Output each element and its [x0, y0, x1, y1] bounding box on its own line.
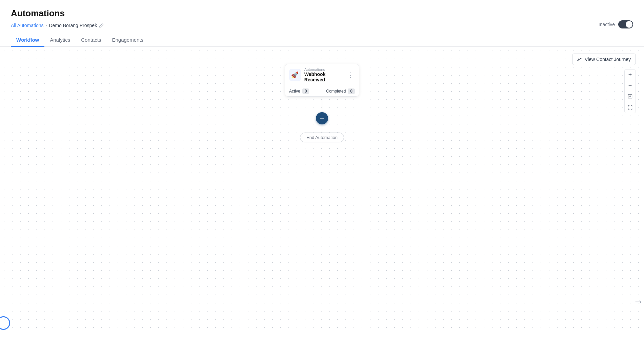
workflow-center: 🚀 Automations Webhook Received ⋮ Active …: [285, 64, 359, 142]
completed-stat: Completed 0: [322, 86, 359, 96]
workflow-canvas[interactable]: View Contact Journey + −: [0, 47, 644, 333]
zoom-controls: + −: [624, 69, 636, 113]
connector-bottom: [322, 124, 322, 133]
webhook-node-card[interactable]: 🚀 Automations Webhook Received ⋮ Active …: [285, 64, 359, 97]
zoom-in-button[interactable]: +: [625, 69, 636, 80]
fit-screen-button[interactable]: [625, 102, 636, 113]
active-stat: Active 0: [285, 86, 322, 96]
tab-bar: Workflow Analytics Contacts Engagements: [0, 34, 644, 47]
breadcrumb-parent-link[interactable]: All Automations: [11, 23, 44, 28]
view-contact-journey-button[interactable]: View Contact Journey: [572, 54, 636, 65]
node-menu-button[interactable]: ⋮: [346, 71, 355, 79]
decorative-circle: [0, 316, 10, 330]
add-node-button[interactable]: +: [316, 112, 328, 124]
completed-count-badge: 0: [348, 88, 355, 94]
fit-width-button[interactable]: [625, 91, 636, 102]
end-automation-node[interactable]: End Automation: [300, 133, 344, 142]
page-title: Automations: [11, 8, 633, 19]
node-footer: Active 0 Completed 0: [285, 86, 359, 96]
tab-workflow[interactable]: Workflow: [11, 34, 44, 47]
breadcrumb-current: Demo Borang Prospek: [49, 23, 97, 28]
zoom-out-button[interactable]: −: [625, 80, 636, 91]
node-header: 🚀 Automations Webhook Received ⋮: [285, 64, 359, 86]
edge-icon: [634, 298, 642, 306]
tab-contacts[interactable]: Contacts: [76, 34, 106, 47]
tab-engagements[interactable]: Engagements: [106, 34, 149, 47]
journey-icon: [577, 57, 583, 62]
svg-point-0: [578, 60, 578, 61]
status-label: Inactive: [599, 22, 615, 27]
tab-analytics[interactable]: Analytics: [44, 34, 76, 47]
fit-screen-icon: [628, 105, 632, 110]
node-icon: 🚀: [289, 69, 301, 81]
breadcrumb: All Automations › Demo Borang Prospek: [11, 23, 633, 28]
top-right-controls: Inactive: [599, 20, 633, 28]
edit-icon[interactable]: [99, 23, 104, 28]
connector-top: [322, 97, 322, 112]
node-type: Automations: [304, 67, 346, 72]
node-name: Webhook Received: [304, 72, 346, 82]
active-toggle[interactable]: [618, 20, 633, 28]
active-count-badge: 0: [302, 88, 309, 94]
fit-width-icon: [628, 94, 632, 99]
canvas-controls: View Contact Journey + −: [572, 54, 636, 113]
breadcrumb-separator: ›: [46, 23, 47, 28]
